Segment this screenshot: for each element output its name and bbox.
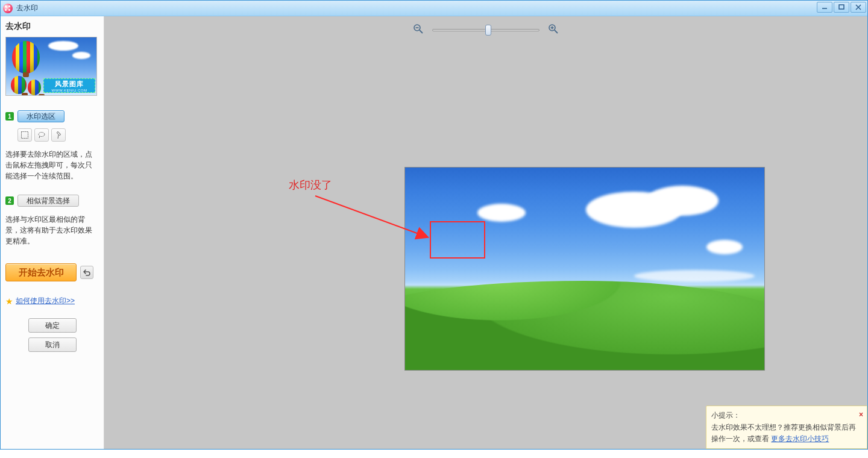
svg-line-10 [555,30,558,33]
window-controls [817,2,866,13]
tip-title: 小提示： [711,410,862,421]
titlebar[interactable]: 去水印 [1,1,867,16]
thumbnail-watermark: 风景图库 WWW.KENIU.COM [43,78,95,93]
annotation-label: 水印没了 [289,178,332,192]
svg-point-5 [39,133,45,137]
similar-bg-button[interactable]: 相似背景选择 [17,195,79,207]
slider-thumb[interactable] [485,25,491,36]
sidebar: 去水印 风景图库 WWW.KENIU.COM 1 水印选区 [1,16,104,449]
tip-link[interactable]: 更多去水印小技巧 [771,434,829,443]
step1-row: 1 水印选区 [5,110,99,122]
zoom-slider[interactable] [432,25,539,35]
step2-description: 选择与水印区最相似的背景，这将有助于去水印效果更精准。 [5,214,99,246]
start-row: 开始去水印 [5,263,99,281]
cancel-button[interactable]: 取消 [28,337,77,352]
main-image[interactable] [404,167,765,371]
watermark-text: 风景图库 [55,80,84,89]
close-button[interactable] [851,2,866,13]
tip-close-icon[interactable]: × [859,409,863,421]
svg-line-7 [420,30,423,33]
maximize-button[interactable] [834,2,849,13]
lasso-select-tool[interactable] [34,128,49,142]
help-row: ★ 如何使用去水印>> [5,296,99,306]
watermark-url: WWW.KENIU.COM [52,89,87,92]
zoom-out-icon[interactable] [413,24,424,37]
svg-rect-1 [839,5,844,9]
app-icon [3,4,13,13]
sidebar-heading: 去水印 [5,21,99,32]
app-window: 去水印 去水印 风景图库 WWW.KEN [0,0,868,450]
rect-select-tool[interactable] [17,128,32,142]
step1-badge: 1 [5,112,14,121]
confirm-buttons: 确定 取消 [5,318,99,352]
magic-select-tool[interactable] [51,128,66,142]
star-icon: ★ [5,296,13,306]
step1-description: 选择要去除水印的区域，点击鼠标左拖拽即可，每次只能选择一个连续范围。 [5,149,99,181]
undo-button[interactable] [80,266,93,279]
body-row: 去水印 风景图库 WWW.KENIU.COM 1 水印选区 [1,16,867,449]
thumbnail-preview: 风景图库 WWW.KENIU.COM [5,37,97,96]
step2-row: 2 相似背景选择 [5,195,99,207]
svg-rect-4 [22,132,28,139]
step2-badge: 2 [5,196,14,205]
balloon-icon [28,80,41,95]
watermark-selection-button[interactable]: 水印选区 [17,110,64,122]
window-title: 去水印 [16,3,38,13]
annotation-highlight-box [430,221,485,259]
zoom-bar [413,24,559,37]
zoom-in-icon[interactable] [548,24,559,37]
tip-body: 去水印效果不太理想？推荐更换相似背景后再操作一次，或查看 更多去水印小技巧 [711,423,856,443]
canvas-area[interactable]: 水印没了 × 小提示： 去水印效果不太理想？推荐更换相似背景后再操作一次，或查看… [104,16,867,449]
help-link[interactable]: 如何使用去水印>> [16,296,75,306]
selection-tools [17,128,99,142]
start-remove-watermark-button[interactable]: 开始去水印 [5,263,77,281]
tip-panel: × 小提示： 去水印效果不太理想？推荐更换相似背景后再操作一次，或查看 更多去水… [706,406,867,449]
balloon-icon [12,41,40,74]
balloon-icon [11,76,27,94]
minimize-button[interactable] [817,2,832,13]
ok-button[interactable]: 确定 [28,318,77,333]
